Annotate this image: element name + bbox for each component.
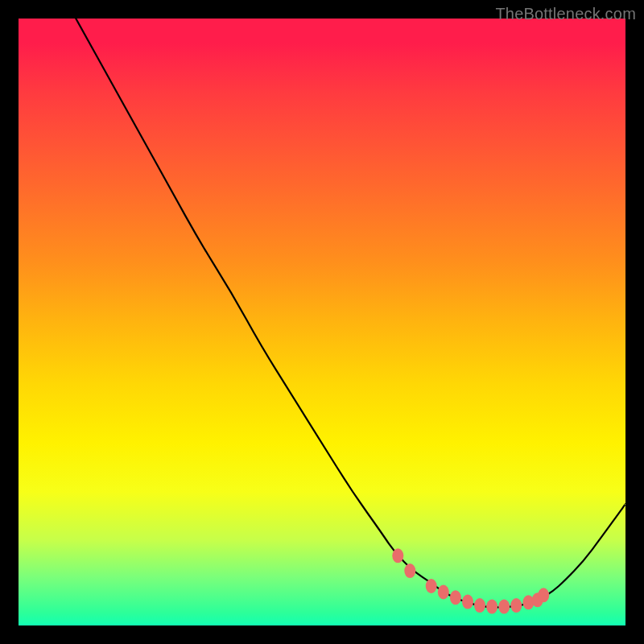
watermark-text: TheBottleneck.com <box>495 5 636 23</box>
optimal-marker <box>538 588 549 602</box>
optimal-marker <box>462 595 473 609</box>
optimal-marker <box>426 579 437 593</box>
optimal-markers <box>392 548 549 613</box>
optimal-marker <box>474 598 485 613</box>
optimal-marker <box>510 598 522 613</box>
bottleneck-curve <box>19 19 625 607</box>
optimal-marker <box>450 590 461 605</box>
optimal-marker <box>392 548 403 563</box>
plot-area <box>19 19 625 625</box>
optimal-marker <box>486 600 497 614</box>
curve-overlay <box>19 19 625 625</box>
optimal-marker <box>404 564 415 578</box>
optimal-marker <box>438 585 449 600</box>
optimal-marker <box>498 600 510 614</box>
chart-frame: TheBottleneck.com <box>0 0 644 644</box>
